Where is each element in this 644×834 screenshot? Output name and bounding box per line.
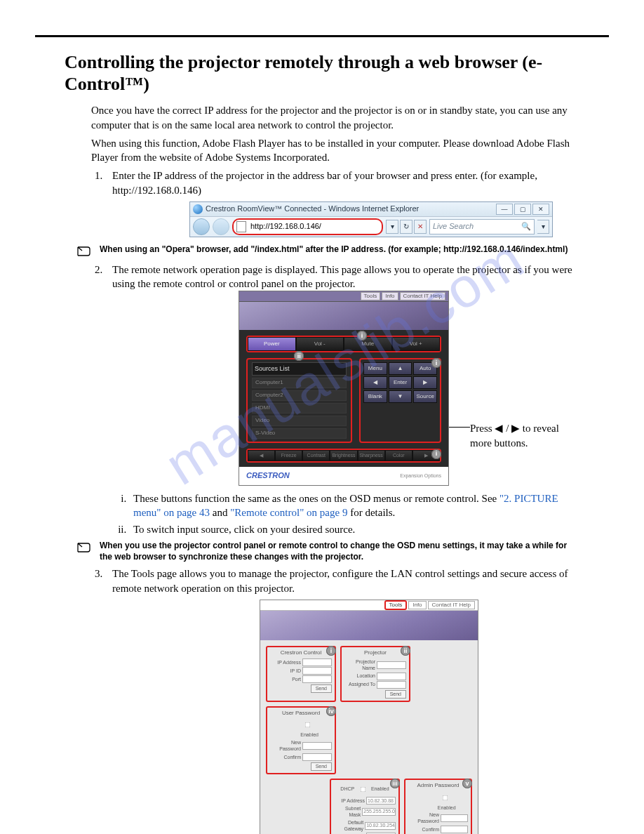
tab-contact[interactable]: Contact IT Help [400, 292, 445, 300]
tab-info[interactable]: Info [382, 292, 398, 300]
address-bar[interactable]: http://192.168.0.146/ [249, 221, 379, 232]
browser-titlebar: Crestron RoomView™ Connected - Windows I… [190, 202, 552, 217]
window-maximize-button[interactable]: ▢ [514, 204, 531, 215]
crestron-ipid-input[interactable] [302, 667, 332, 675]
projector-box: ii Projector Projector Name Location Ass… [340, 646, 410, 702]
enter-button[interactable]: Enter [389, 376, 412, 389]
stop-button[interactable]: ✕ [414, 220, 427, 234]
badge-v-adminpw: v [462, 779, 472, 788]
contrast-button[interactable]: Contrast [302, 450, 330, 461]
econtrol-panel: Tools Info Contact IT Help i Power Vol -… [239, 291, 449, 485]
adminpw-new-input[interactable] [441, 814, 468, 822]
search-box[interactable]: Live Search 🔍 [429, 219, 535, 234]
user-password-box: iv User Password Enabled New Password Co… [266, 706, 336, 774]
blank-button[interactable]: Blank [363, 390, 387, 403]
search-dropdown[interactable]: ▾ [537, 220, 549, 234]
net-mask-label: Subnet Mask [334, 805, 361, 819]
brightness-button[interactable]: Brightness [330, 450, 357, 461]
userpw-enabled-checkbox[interactable] [305, 722, 311, 728]
network-box: iii DHCP Enabled IP Address10.82.30.88 S… [330, 779, 400, 834]
userpw-new-input[interactable] [302, 742, 332, 750]
freeze-button[interactable]: Freeze [275, 450, 302, 461]
badge-ii-sources: ii [294, 351, 304, 361]
search-placeholder: Live Search [433, 221, 474, 232]
crestron-ip-label: IP Address [270, 659, 301, 666]
color-button[interactable]: Color [385, 450, 412, 461]
step-1: Enter the IP address of the projector in… [105, 168, 581, 237]
adminpw-new-label: New Password [408, 812, 439, 825]
source-button[interactable]: Source [413, 390, 437, 403]
note-opera: When using an "Opera" browser, add "/ind… [77, 244, 581, 258]
projector-send-button[interactable]: Send [385, 690, 406, 699]
adminpw-confirm-label: Confirm [408, 826, 439, 833]
power-button[interactable]: Power [248, 337, 296, 351]
sources-list-group: ii Sources List Computer1 Computer2 HDMI… [246, 358, 352, 442]
assigned-input[interactable] [377, 681, 406, 689]
expansion-options-label: Expansion Options [400, 472, 441, 479]
source-video[interactable]: Video [252, 416, 347, 426]
source-computer1[interactable]: Computer1 [252, 378, 347, 388]
search-icon[interactable]: 🔍 [521, 221, 531, 232]
tools-tab-tools[interactable]: Tools [384, 600, 408, 610]
userpw-title: User Password [270, 710, 332, 717]
step2-sub-ii: To switch input source, click on your de… [129, 522, 581, 536]
crestron-ip-input[interactable] [302, 658, 332, 666]
url-dropdown[interactable]: ▾ [386, 220, 398, 234]
net-gw-label: Default Gateway [334, 819, 363, 833]
back-button[interactable] [193, 218, 210, 235]
admin-password-box: v Admin Password Enabled New Password Co… [404, 779, 472, 834]
net-gw-input[interactable]: 10.82.30.254 [365, 822, 396, 830]
badge-i-crestron: i [326, 646, 336, 656]
tab-tools[interactable]: Tools [361, 292, 381, 300]
dhcp-checkbox[interactable] [361, 786, 366, 792]
step-2: The remote network operation page is dis… [105, 263, 581, 486]
page-icon [236, 221, 246, 232]
tools-panel: Tools Info Contact IT Help i Crestron Co… [260, 600, 478, 834]
adminpw-confirm-input[interactable] [441, 826, 468, 833]
note-opera-text: When using an "Opera" browser, add "/ind… [100, 244, 581, 256]
up-button[interactable]: ▲ [389, 362, 412, 375]
adminpw-enabled-checkbox[interactable] [442, 795, 448, 800]
projname-input[interactable] [377, 661, 406, 669]
scroll-left-button[interactable]: ◀ [248, 450, 275, 461]
vol-up-button[interactable]: Vol + [392, 337, 441, 351]
step2-sub-i: These buttons function the same as the o… [129, 491, 581, 520]
crestron-send-button[interactable]: Send [311, 684, 332, 693]
sources-header: Sources List [252, 362, 347, 375]
intro-paragraph-1: Once you have the correct IP address for… [91, 103, 609, 132]
vol-down-button[interactable]: Vol - [296, 337, 344, 351]
note-sync-text: When you use the projector control panel… [100, 541, 581, 562]
refresh-button[interactable]: ↻ [400, 220, 412, 234]
tools-tab-info[interactable]: Info [408, 601, 426, 609]
address-bar-highlight: http://192.168.0.146/ [232, 218, 383, 235]
projector-title: Projector [344, 649, 406, 657]
window-close-button[interactable]: ✕ [532, 204, 549, 215]
location-input[interactable] [377, 673, 406, 680]
sharpness-button[interactable]: Sharpness [358, 450, 385, 461]
left-button[interactable]: ◀ [363, 376, 387, 389]
menu-button[interactable]: Menu [363, 362, 387, 375]
userpw-send-button[interactable]: Send [311, 762, 332, 771]
badge-iii-network: iii [390, 779, 400, 788]
net-ip-input[interactable]: 10.82.30.88 [366, 797, 396, 805]
source-svideo[interactable]: S-Video [252, 428, 347, 439]
mute-button[interactable]: Mute [344, 337, 392, 351]
right-button[interactable]: ▶ [413, 376, 437, 389]
down-button[interactable]: ▼ [389, 390, 412, 403]
browser-address-row: http://192.168.0.146/ ▾ ↻ ✕ Live Search … [190, 217, 552, 237]
step-3: The Tools page allows you to manage the … [105, 567, 581, 834]
window-minimize-button[interactable]: — [496, 204, 513, 215]
tools-tab-contact[interactable]: Contact IT Help [428, 601, 475, 609]
net-mask-input[interactable]: 255.255.255.0 [362, 808, 396, 816]
crestron-port-input[interactable] [302, 675, 332, 683]
note-icon [77, 541, 94, 555]
forward-button[interactable] [213, 218, 229, 235]
source-hdmi[interactable]: HDMI [252, 403, 347, 413]
assigned-label: Assigned To [344, 681, 375, 687]
link-remote-control[interactable]: "Remote control" on page 9 [230, 507, 347, 518]
source-computer2[interactable]: Computer2 [252, 390, 347, 401]
userpw-confirm-input[interactable] [302, 753, 332, 761]
userpw-new-label: New Password [270, 739, 301, 753]
crestron-title: Crestron Control [270, 649, 332, 657]
userpw-confirm-label: Confirm [270, 754, 301, 760]
